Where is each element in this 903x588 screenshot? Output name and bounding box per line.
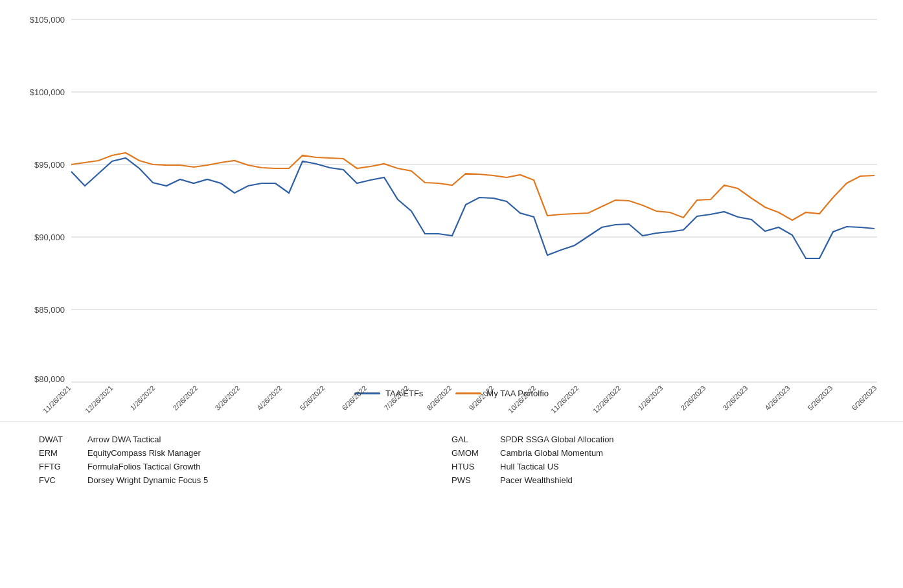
- ticker-name-dwat: Arrow DWA Tactical: [87, 435, 161, 444]
- svg-text:$100,000: $100,000: [30, 87, 65, 97]
- svg-text:$90,000: $90,000: [34, 232, 65, 242]
- ticker-name-fftg: FormulaFolios Tactical Growth: [87, 462, 201, 471]
- chart-container: $105,000 $100,000 $95,000 $90,000 $85,00…: [0, 0, 903, 414]
- ticker-symbol-gal: GAL: [452, 435, 487, 444]
- ticker-row-fvc: FVC Dorsey Wright Dynamic Focus 5: [39, 475, 452, 485]
- ticker-row-gmom: GMOM Cambria Global Momentum: [452, 448, 864, 458]
- legend-line-my-taa-portfolio: [455, 392, 481, 394]
- legend-label-my-taa-portfolio: My TAA Portolfio: [486, 389, 549, 398]
- chart-svg: $105,000 $100,000 $95,000 $90,000 $85,00…: [26, 19, 877, 382]
- ticker-row-dwat: DWAT Arrow DWA Tactical: [39, 435, 452, 444]
- ticker-name-erm: EquityCompass Risk Manager: [87, 448, 201, 458]
- taa-etfs-line: [71, 158, 874, 258]
- ticker-row-pws: PWS Pacer Wealthshield: [452, 475, 864, 485]
- svg-text:$85,000: $85,000: [34, 305, 65, 315]
- ticker-symbol-fftg: FFTG: [39, 462, 74, 471]
- ticker-row-erm: ERM EquityCompass Risk Manager: [39, 448, 452, 458]
- ticker-symbol-htus: HTUS: [452, 462, 487, 471]
- ticker-name-gal: SPDR SSGA Global Allocation: [500, 435, 614, 444]
- ticker-name-pws: Pacer Wealthshield: [500, 475, 573, 485]
- svg-text:$80,000: $80,000: [34, 374, 65, 384]
- ticker-row-fftg: FFTG FormulaFolios Tactical Growth: [39, 462, 452, 471]
- ticker-table: DWAT Arrow DWA Tactical ERM EquityCompas…: [0, 421, 903, 498]
- ticker-symbol-dwat: DWAT: [39, 435, 74, 444]
- ticker-name-gmom: Cambria Global Momentum: [500, 448, 603, 458]
- ticker-symbol-pws: PWS: [452, 475, 487, 485]
- chart-area: $105,000 $100,000 $95,000 $90,000 $85,00…: [26, 19, 877, 382]
- ticker-col-left: DWAT Arrow DWA Tactical ERM EquityCompas…: [39, 435, 452, 485]
- my-taa-portfolio-line: [71, 153, 874, 220]
- ticker-row-htus: HTUS Hull Tactical US: [452, 462, 864, 471]
- svg-text:$105,000: $105,000: [30, 15, 65, 25]
- ticker-col-right: GAL SPDR SSGA Global Allocation GMOM Cam…: [452, 435, 864, 485]
- ticker-symbol-erm: ERM: [39, 448, 74, 458]
- ticker-symbol-gmom: GMOM: [452, 448, 487, 458]
- ticker-symbol-fvc: FVC: [39, 475, 74, 485]
- svg-text:$95,000: $95,000: [34, 160, 65, 170]
- ticker-name-htus: Hull Tactical US: [500, 462, 559, 471]
- ticker-row-gal: GAL SPDR SSGA Global Allocation: [452, 435, 864, 444]
- ticker-name-fvc: Dorsey Wright Dynamic Focus 5: [87, 475, 208, 485]
